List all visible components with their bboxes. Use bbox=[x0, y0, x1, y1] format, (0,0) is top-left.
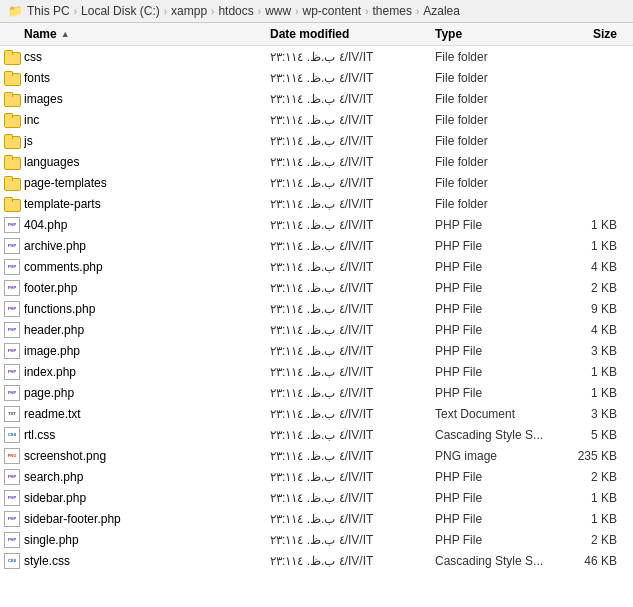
cell-type: PHP File bbox=[435, 491, 555, 505]
php-file-icon bbox=[4, 217, 20, 233]
file-name: css bbox=[24, 50, 42, 64]
breadcrumb-part-5[interactable]: www bbox=[265, 4, 291, 18]
table-row[interactable]: style.css ۲۳:۱٤ ب.ظ. ۱٤/IV/IT Cascading … bbox=[0, 550, 633, 571]
col-header-size[interactable]: Size bbox=[555, 27, 625, 41]
col-header-name[interactable]: Name ▲ bbox=[0, 27, 270, 41]
php-file-icon bbox=[4, 469, 20, 485]
cell-date: ۲۳:۱٤ ب.ظ. ۱٤/IV/IT bbox=[270, 218, 435, 232]
cell-size: 1 KB bbox=[555, 512, 625, 526]
cell-size: 3 KB bbox=[555, 344, 625, 358]
cell-date: ۲۳:۱٤ ب.ظ. ۱٤/IV/IT bbox=[270, 470, 435, 484]
table-row[interactable]: header.php ۲۳:۱٤ ب.ظ. ۱٤/IV/IT PHP File … bbox=[0, 319, 633, 340]
cell-date: ۲۳:۱٤ ب.ظ. ۱٤/IV/IT bbox=[270, 449, 435, 463]
file-name: single.php bbox=[24, 533, 79, 547]
php-file-icon bbox=[4, 364, 20, 380]
css-file-icon bbox=[4, 427, 20, 443]
folder-icon bbox=[4, 133, 20, 149]
cell-date: ۲۳:۱٤ ب.ظ. ۱٤/IV/IT bbox=[270, 71, 435, 85]
cell-date: ۲۳:۱٤ ب.ظ. ۱٤/IV/IT bbox=[270, 386, 435, 400]
table-row[interactable]: functions.php ۲۳:۱٤ ب.ظ. ۱٤/IV/IT PHP Fi… bbox=[0, 298, 633, 319]
cell-date: ۲۳:۱٤ ب.ظ. ۱٤/IV/IT bbox=[270, 281, 435, 295]
table-row[interactable]: inc ۲۳:۱٤ ب.ظ. ۱٤/IV/IT File folder bbox=[0, 109, 633, 130]
table-row[interactable]: comments.php ۲۳:۱٤ ب.ظ. ۱٤/IV/IT PHP Fil… bbox=[0, 256, 633, 277]
file-name: functions.php bbox=[24, 302, 95, 316]
folder-icon bbox=[4, 196, 20, 212]
breadcrumb-part-3[interactable]: xampp bbox=[171, 4, 207, 18]
cell-size: 46 KB bbox=[555, 554, 625, 568]
table-row[interactable]: template-parts ۲۳:۱٤ ب.ظ. ۱٤/IV/IT File … bbox=[0, 193, 633, 214]
table-row[interactable]: page.php ۲۳:۱٤ ب.ظ. ۱٤/IV/IT PHP File 1 … bbox=[0, 382, 633, 403]
table-row[interactable]: screenshot.png ۲۳:۱٤ ب.ظ. ۱٤/IV/IT PNG i… bbox=[0, 445, 633, 466]
cell-type: File folder bbox=[435, 71, 555, 85]
cell-type: PHP File bbox=[435, 512, 555, 526]
php-file-icon bbox=[4, 259, 20, 275]
table-row[interactable]: fonts ۲۳:۱٤ ب.ظ. ۱٤/IV/IT File folder bbox=[0, 67, 633, 88]
table-row[interactable]: search.php ۲۳:۱٤ ب.ظ. ۱٤/IV/IT PHP File … bbox=[0, 466, 633, 487]
cell-type: File folder bbox=[435, 50, 555, 64]
table-row[interactable]: archive.php ۲۳:۱٤ ب.ظ. ۱٤/IV/IT PHP File… bbox=[0, 235, 633, 256]
table-row[interactable]: languages ۲۳:۱٤ ب.ظ. ۱٤/IV/IT File folde… bbox=[0, 151, 633, 172]
table-row[interactable]: 404.php ۲۳:۱٤ ب.ظ. ۱٤/IV/IT PHP File 1 K… bbox=[0, 214, 633, 235]
table-row[interactable]: rtl.css ۲۳:۱٤ ب.ظ. ۱٤/IV/IT Cascading St… bbox=[0, 424, 633, 445]
breadcrumb-part-6[interactable]: wp-content bbox=[302, 4, 361, 18]
breadcrumb-part-8[interactable]: Azalea bbox=[423, 4, 460, 18]
breadcrumb-part-2[interactable]: Local Disk (C:) bbox=[81, 4, 160, 18]
cell-name: index.php bbox=[0, 364, 270, 380]
table-row[interactable]: sidebar-footer.php ۲۳:۱٤ ب.ظ. ۱٤/IV/IT P… bbox=[0, 508, 633, 529]
cell-name: rtl.css bbox=[0, 427, 270, 443]
folder-icon bbox=[4, 175, 20, 191]
cell-name: readme.txt bbox=[0, 406, 270, 422]
cell-date: ۲۳:۱٤ ب.ظ. ۱٤/IV/IT bbox=[270, 554, 435, 568]
table-row[interactable]: single.php ۲۳:۱٤ ب.ظ. ۱٤/IV/IT PHP File … bbox=[0, 529, 633, 550]
table-row[interactable]: footer.php ۲۳:۱٤ ب.ظ. ۱٤/IV/IT PHP File … bbox=[0, 277, 633, 298]
sep-3: › bbox=[211, 6, 214, 17]
cell-size: 2 KB bbox=[555, 470, 625, 484]
table-row[interactable]: page-templates ۲۳:۱٤ ب.ظ. ۱٤/IV/IT File … bbox=[0, 172, 633, 193]
php-file-icon bbox=[4, 238, 20, 254]
breadcrumb-part-4[interactable]: htdocs bbox=[218, 4, 253, 18]
sort-arrow-icon: ▲ bbox=[61, 29, 70, 39]
php-file-icon bbox=[4, 301, 20, 317]
cell-size: 4 KB bbox=[555, 260, 625, 274]
col-header-type[interactable]: Type bbox=[435, 27, 555, 41]
file-name: js bbox=[24, 134, 33, 148]
file-name: style.css bbox=[24, 554, 70, 568]
php-file-icon bbox=[4, 280, 20, 296]
cell-name: sidebar.php bbox=[0, 490, 270, 506]
cell-date: ۲۳:۱٤ ب.ظ. ۱٤/IV/IT bbox=[270, 365, 435, 379]
cell-name: images bbox=[0, 91, 270, 107]
cell-name: archive.php bbox=[0, 238, 270, 254]
cell-type: Text Document bbox=[435, 407, 555, 421]
file-name: page.php bbox=[24, 386, 74, 400]
sep-7: › bbox=[416, 6, 419, 17]
cell-date: ۲۳:۱٤ ب.ظ. ۱٤/IV/IT bbox=[270, 407, 435, 421]
table-row[interactable]: js ۲۳:۱٤ ب.ظ. ۱٤/IV/IT File folder bbox=[0, 130, 633, 151]
table-row[interactable]: index.php ۲۳:۱٤ ب.ظ. ۱٤/IV/IT PHP File 1… bbox=[0, 361, 633, 382]
cell-name: 404.php bbox=[0, 217, 270, 233]
cell-date: ۲۳:۱٤ ب.ظ. ۱٤/IV/IT bbox=[270, 176, 435, 190]
table-row[interactable]: readme.txt ۲۳:۱٤ ب.ظ. ۱٤/IV/IT Text Docu… bbox=[0, 403, 633, 424]
php-file-icon bbox=[4, 490, 20, 506]
cell-name: comments.php bbox=[0, 259, 270, 275]
cell-name: fonts bbox=[0, 70, 270, 86]
cell-type: File folder bbox=[435, 92, 555, 106]
cell-date: ۲۳:۱٤ ب.ظ. ۱٤/IV/IT bbox=[270, 533, 435, 547]
breadcrumb-part-7[interactable]: themes bbox=[373, 4, 412, 18]
cell-name: header.php bbox=[0, 322, 270, 338]
sep-2: › bbox=[164, 6, 167, 17]
sep-4: › bbox=[258, 6, 261, 17]
table-row[interactable]: css ۲۳:۱٤ ب.ظ. ۱٤/IV/IT File folder bbox=[0, 46, 633, 67]
cell-type: PNG image bbox=[435, 449, 555, 463]
table-row[interactable]: sidebar.php ۲۳:۱٤ ب.ظ. ۱٤/IV/IT PHP File… bbox=[0, 487, 633, 508]
col-header-date[interactable]: Date modified bbox=[270, 27, 435, 41]
breadcrumb-part-1[interactable]: This PC bbox=[27, 4, 70, 18]
table-row[interactable]: image.php ۲۳:۱٤ ب.ظ. ۱٤/IV/IT PHP File 3… bbox=[0, 340, 633, 361]
cell-date: ۲۳:۱٤ ب.ظ. ۱٤/IV/IT bbox=[270, 134, 435, 148]
cell-type: File folder bbox=[435, 197, 555, 211]
cell-date: ۲۳:۱٤ ب.ظ. ۱٤/IV/IT bbox=[270, 302, 435, 316]
png-file-icon bbox=[4, 448, 20, 464]
file-name: search.php bbox=[24, 470, 83, 484]
cell-date: ۲۳:۱٤ ب.ظ. ۱٤/IV/IT bbox=[270, 512, 435, 526]
table-row[interactable]: images ۲۳:۱٤ ب.ظ. ۱٤/IV/IT File folder bbox=[0, 88, 633, 109]
sep-1: › bbox=[74, 6, 77, 17]
